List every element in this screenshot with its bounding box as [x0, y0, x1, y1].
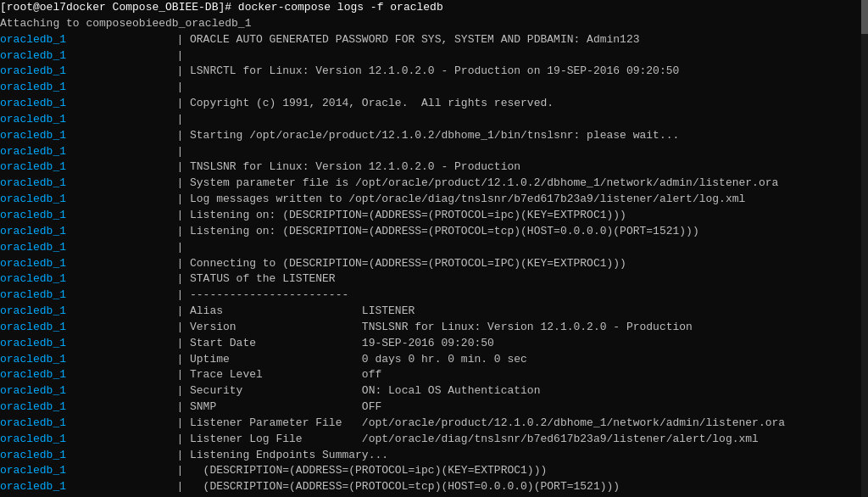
line-content: | System parameter file is /opt/oracle/p… [157, 176, 868, 192]
line-prefix: oracledb_1 [0, 192, 157, 208]
line-prefix: oracledb_1 [0, 399, 157, 416]
line-content: | ------------------------ [157, 288, 868, 304]
log-line: oracledb_1 | Security ON: Local OS Authe… [0, 383, 868, 399]
log-line: oracledb_1 | Trace Level off [0, 367, 868, 383]
log-line: oracledb_1 | [0, 48, 868, 64]
log-line: oracledb_1 | ------------------------ [0, 288, 868, 304]
line-content: | Log messages written to /opt/oracle/di… [157, 192, 868, 208]
log-line: oracledb_1 | LSNRCTL for Linux: Version … [0, 64, 868, 80]
line-prefix: oracledb_1 [0, 112, 157, 128]
line-prefix: oracledb_1 [0, 208, 157, 224]
line-prefix: oracledb_1 [0, 240, 157, 256]
line-prefix: oracledb_1 [0, 256, 157, 272]
line-content: | TNSLSNR for Linux: Version 12.1.0.2.0 … [157, 159, 868, 176]
line-content: | Listening Endpoints Summary... [157, 448, 868, 464]
scrollbar-thumb[interactable] [861, 0, 868, 34]
line-prefix: oracledb_1 [0, 479, 157, 495]
line-content: | Listening on: (DESCRIPTION=(ADDRESS=(P… [157, 224, 868, 240]
line-content: | [157, 80, 868, 96]
line-prefix: oracledb_1 [0, 80, 157, 96]
line-content: | Listening on: (DESCRIPTION=(ADDRESS=(P… [157, 208, 868, 224]
line-prefix: oracledb_1 [0, 144, 157, 160]
line-content: | Listener Parameter File /opt/oracle/pr… [157, 416, 868, 432]
line-prefix: oracledb_1 [0, 96, 157, 112]
log-line: oracledb_1 | Alias LISTENER [0, 304, 868, 320]
line-prefix: oracledb_1 [0, 367, 157, 383]
log-line: oracledb_1 | STATUS of the LISTENER [0, 271, 868, 288]
line-content: | [157, 144, 868, 160]
line-content: | ORACLE AUTO GENERATED PASSWORD FOR SYS… [157, 32, 868, 48]
line-prefix: oracledb_1 [0, 336, 157, 352]
line-content: | [157, 48, 868, 64]
line-content: | (DESCRIPTION=(ADDRESS=(PROTOCOL=tcp)(H… [157, 479, 868, 495]
log-line: oracledb_1 | ORACLE AUTO GENERATED PASSW… [0, 32, 868, 48]
attach-line: Attaching to composeobieedb_oracledb_1 [0, 16, 868, 32]
terminal-window: [root@oel7docker Compose_OBIEE-DB]# dock… [0, 0, 868, 497]
line-content: | Alias LISTENER [157, 304, 868, 320]
log-line: oracledb_1 | Connecting to (DESCRIPTION=… [0, 256, 868, 272]
log-line: oracledb_1 | Uptime 0 days 0 hr. 0 min. … [0, 352, 868, 368]
line-prefix: oracledb_1 [0, 448, 157, 464]
line-content: | STATUS of the LISTENER [157, 271, 868, 288]
line-prefix: oracledb_1 [0, 64, 157, 80]
log-line: oracledb_1 | [0, 240, 868, 256]
log-line: oracledb_1 | Listening on: (DESCRIPTION=… [0, 208, 868, 224]
line-prefix: oracledb_1 [0, 463, 157, 479]
line-content: | (DESCRIPTION=(ADDRESS=(PROTOCOL=ipc)(K… [157, 463, 868, 479]
line-prefix: oracledb_1 [0, 159, 157, 176]
line-content: | Starting /opt/oracle/product/12.1.0.2/… [157, 128, 868, 144]
line-prefix: oracledb_1 [0, 288, 157, 304]
log-line: oracledb_1 | System parameter file is /o… [0, 176, 868, 192]
line-prefix: oracledb_1 [0, 352, 157, 368]
line-prefix: oracledb_1 [0, 383, 157, 399]
log-line: oracledb_1 | Log messages written to /op… [0, 192, 868, 208]
log-line: oracledb_1 | [0, 80, 868, 96]
line-prefix: oracledb_1 [0, 416, 157, 432]
prompt-line: [root@oel7docker Compose_OBIEE-DB]# dock… [0, 0, 868, 16]
log-output: oracledb_1 | ORACLE AUTO GENERATED PASSW… [0, 32, 868, 497]
line-content: | Listener Log File /opt/oracle/diag/tns… [157, 432, 868, 448]
line-content: | LSNRCTL for Linux: Version 12.1.0.2.0 … [157, 64, 868, 80]
line-content: | Security ON: Local OS Authentication [157, 383, 868, 399]
scrollbar[interactable] [861, 0, 868, 497]
line-content: | Trace Level off [157, 367, 868, 383]
log-line: oracledb_1 | [0, 112, 868, 128]
log-line: oracledb_1 | SNMP OFF [0, 399, 868, 416]
log-line: oracledb_1 | Listening on: (DESCRIPTION=… [0, 224, 868, 240]
line-prefix: oracledb_1 [0, 128, 157, 144]
line-prefix: oracledb_1 [0, 304, 157, 320]
line-prefix: oracledb_1 [0, 271, 157, 288]
log-line: oracledb_1 | TNSLSNR for Linux: Version … [0, 159, 868, 176]
log-line: oracledb_1 | (DESCRIPTION=(ADDRESS=(PROT… [0, 463, 868, 479]
line-prefix: oracledb_1 [0, 224, 157, 240]
line-content: | SNMP OFF [157, 399, 868, 416]
line-prefix: oracledb_1 [0, 432, 157, 448]
line-content: | Uptime 0 days 0 hr. 0 min. 0 sec [157, 352, 868, 368]
log-line: oracledb_1 | Copyright (c) 1991, 2014, O… [0, 96, 868, 112]
line-content: | Copyright (c) 1991, 2014, Oracle. All … [157, 96, 868, 112]
line-content: | [157, 112, 868, 128]
log-line: oracledb_1 | (DESCRIPTION=(ADDRESS=(PROT… [0, 479, 868, 495]
log-line: oracledb_1 | Starting /opt/oracle/produc… [0, 128, 868, 144]
log-line: oracledb_1 | Start Date 19-SEP-2016 09:2… [0, 336, 868, 352]
log-line: oracledb_1 | Version TNSLSNR for Linux: … [0, 320, 868, 336]
line-prefix: oracledb_1 [0, 48, 157, 64]
log-line: oracledb_1 | [0, 144, 868, 160]
line-prefix: oracledb_1 [0, 32, 157, 48]
log-line: oracledb_1 | Listener Parameter File /op… [0, 416, 868, 432]
log-line: oracledb_1 | Listener Log File /opt/orac… [0, 432, 868, 448]
line-content: | Version TNSLSNR for Linux: Version 12.… [157, 320, 868, 336]
log-line: oracledb_1 | Listening Endpoints Summary… [0, 448, 868, 464]
line-content: | Connecting to (DESCRIPTION=(ADDRESS=(P… [157, 256, 868, 272]
line-content: | [157, 240, 868, 256]
line-content: | Start Date 19-SEP-2016 09:20:50 [157, 336, 868, 352]
line-prefix: oracledb_1 [0, 320, 157, 336]
line-prefix: oracledb_1 [0, 176, 157, 192]
